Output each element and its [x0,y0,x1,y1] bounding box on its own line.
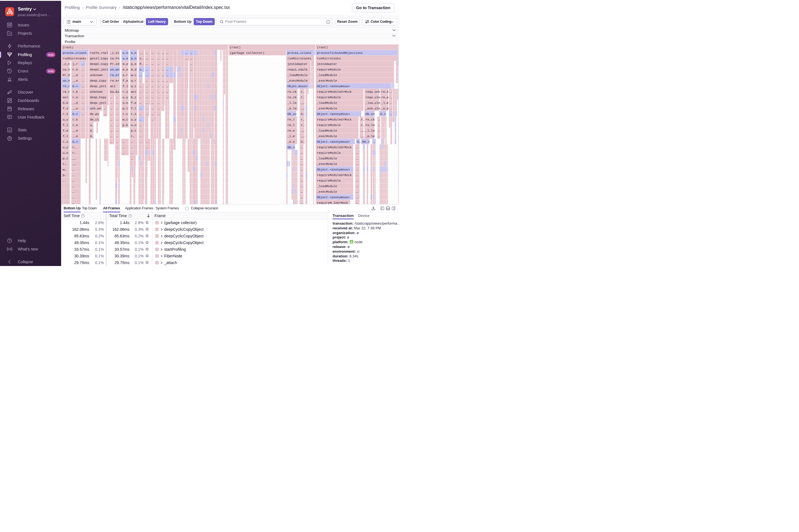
svg-text:w…: w… [63,168,67,171]
svg-text:_execModule: _execModule [317,190,337,193]
svg-text:_execModule: _execModule [317,163,337,166]
svg-text:…: … [356,151,358,155]
svg-text:…: … [111,124,112,127]
svg-text:O…k: O…k [63,101,68,105]
svg-text:re…ck: re…ck [287,96,297,99]
svg-text:…: … [82,79,84,82]
svg-text:_…: _… [301,107,304,110]
svg-text:deepC…ject: deepC…ject [90,68,108,71]
svg-text:…: … [157,68,160,71]
svg-text:deepC…Copy: deepC…Copy [90,62,108,66]
svg-text:…: … [378,129,380,132]
svg-text:Objec…mous>: Objec…mous> [287,85,308,88]
svg-text:…: … [166,96,168,99]
svg-text:r…: r… [361,118,365,121]
svg-text:…: … [116,101,118,105]
svg-text:_execModule: _execModule [317,107,337,110]
svg-text:…: … [116,112,118,116]
svg-text:…: … [140,79,142,82]
svg-text:…: … [140,118,142,121]
svg-text:…: … [123,140,125,144]
svg-text:…: … [146,57,148,60]
svg-text:Ob…s>: Ob…s> [366,112,375,116]
svg-text:runMicrotasks: runMicrotasks [317,57,341,60]
svg-text:re…e: re…e [287,129,295,132]
svg-text:unk…wn: unk…wn [90,107,101,110]
svg-text:_loadModule: _loadModule [317,185,337,188]
svg-text:_loadModule: _loadModule [287,74,308,77]
svg-text:O…>: O…> [73,112,78,116]
svg-text:Object.<anonymous>: Object.<anonymous> [317,196,350,199]
svg-text:…: … [166,74,168,77]
svg-text:…: … [140,140,142,144]
svg-text:…: … [131,146,133,149]
svg-text:(garbage collector): (garbage collector) [230,51,264,55]
svg-text:…: … [162,68,164,71]
svg-text:p…t: p…t [123,107,128,110]
svg-text:…: … [111,112,112,116]
svg-text:…: … [146,107,148,110]
svg-text:…: … [73,173,74,177]
svg-text:…: … [116,124,118,127]
svg-text:Ob…>: Ob…> [362,140,370,144]
svg-text:…: … [157,101,160,105]
svg-text:r…: r… [361,124,365,127]
svg-text:…: … [157,112,160,116]
svg-text:…: … [146,146,148,149]
svg-text:r…: r… [301,124,304,127]
svg-text:…: … [123,151,125,155]
svg-text:ba…$1: ba…$1 [110,90,119,94]
svg-text:…: … [104,112,106,116]
svg-text:Object.<anonymous>: Object.<anonymous> [317,112,350,116]
svg-text:_…: _… [301,129,304,132]
svg-text:…: … [140,112,142,116]
svg-text:…: … [146,90,148,94]
svg-text:re…er: re…er [110,79,119,82]
svg-text:d…: d… [90,135,94,138]
svg-text:…: … [73,190,74,193]
svg-text:a…t: a…t [131,85,136,88]
svg-text:O…>: O…> [73,140,78,144]
svg-text:u…y: u…y [63,118,68,121]
svg-text:_execModule: _execModule [317,79,337,82]
svg-text:…: … [146,79,148,82]
svg-text:_execModule: _execModule [317,135,337,138]
svg-text:(root): (root) [230,46,241,49]
svg-text:…: … [111,129,112,132]
svg-text:…: … [166,57,168,60]
svg-text:b…1: b…1 [131,96,136,99]
svg-text:P…: P… [140,62,143,66]
svg-text:r…: r… [73,151,76,155]
svg-text:…: … [140,85,142,88]
svg-text:…: … [356,190,358,193]
svg-text:…: … [152,112,154,116]
svg-text:_c…t: _c…t [62,62,70,66]
svg-text:…: … [116,107,118,110]
svg-text:u…y: u…y [63,146,68,149]
svg-text:_…e: _…e [72,135,78,138]
svg-text:…: … [131,140,133,144]
svg-text:e…e: e…e [123,68,128,71]
svg-text:…: … [152,101,154,105]
svg-text:…: … [82,62,84,66]
svg-text:Ob…s>: Ob…s> [287,112,297,116]
svg-text:…: … [146,51,148,55]
svg-text:…: … [146,96,148,99]
svg-text:…: … [146,101,148,105]
svg-text:…: … [111,101,112,105]
svg-text:Ob…>: Ob…> [287,146,295,149]
svg-text:…: … [356,173,358,177]
svg-text:d…: d… [90,129,94,132]
svg-text:O…: O… [301,112,304,116]
svg-text:…: … [301,179,303,183]
svg-text:requireModule: requireModule [317,96,341,99]
svg-text:_l…e: _l…e [287,135,295,138]
svg-text:re…r: re…r [63,85,70,88]
svg-text:act: act [131,90,136,94]
svg-text:Pr…ed: Pr…ed [110,62,119,66]
svg-text:w…c: w…c [123,118,128,121]
svg-text:…: … [190,57,192,60]
svg-text:…: … [82,90,84,94]
svg-text:…: … [82,101,84,105]
svg-text:…: … [157,51,160,55]
